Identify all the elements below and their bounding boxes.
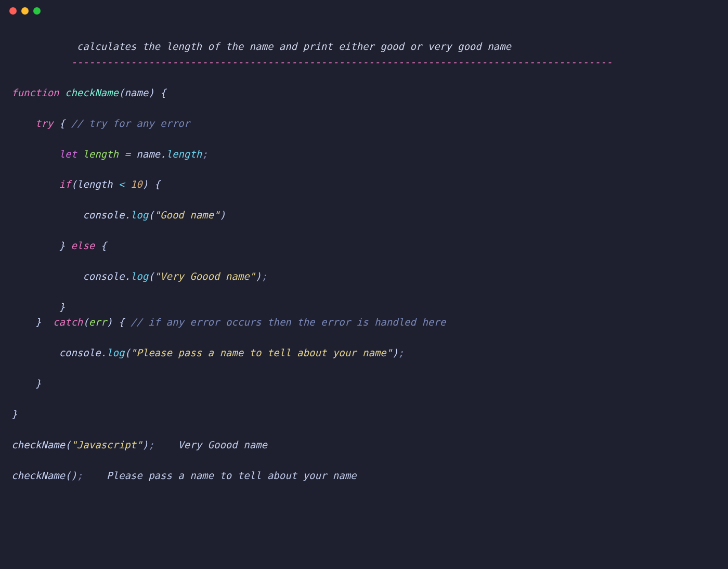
divider-text: ----------------------------------------… [71,56,612,68]
output-1: Very Goood name [178,439,267,450]
open-brace: { [160,87,166,98]
fn-call2: checkName [11,470,65,481]
keyword-if: if [59,178,71,190]
semi: ; [202,148,207,160]
console-ident: console [83,209,124,221]
line-call1: checkName("Javascript"); Very Goood name [11,439,267,450]
open-brace: { [59,118,65,129]
header-comment-text: calculates the length of the name and pr… [77,41,511,52]
output-2: Please pass a name to tell about your na… [107,470,356,481]
close-brace: } [35,316,41,328]
line-call2: checkName(); Please pass a name to tell … [11,470,357,481]
string-good: "Good name" [154,209,220,221]
close-icon[interactable] [9,7,17,15]
close-paren: ) [392,347,398,358]
close-brace: } [59,240,65,251]
close-paren: ) [142,178,148,190]
line-log-verygood: console.log("Very Goood name"); [11,270,267,282]
semi: ; [398,347,404,358]
semi: ; [262,270,267,282]
open-paren: ( [148,209,154,221]
op-lt: < [119,178,124,190]
open-paren: ( [148,270,154,282]
keyword-else: else [71,240,95,251]
minimize-icon[interactable] [21,7,29,15]
open-paren: ( [83,316,88,328]
comment-divider-line: ----------------------------------------… [11,56,612,68]
prop-length: length [166,148,202,160]
line-end-catch: } [11,378,41,389]
log-method: log [107,347,124,358]
keyword-let: let [59,148,77,160]
close-brace: } [35,378,41,389]
string-verygood: "Very Goood name" [154,270,255,282]
log-method: log [131,209,148,221]
call1-arg: "Javascript" [71,439,142,450]
open-paren: ( [65,470,71,481]
line-log-please: console.log("Please pass a name to tell … [11,347,404,358]
fn-call1: checkName [11,439,65,450]
code-block: calculates the length of the name and pr… [0,19,728,499]
line-if: if(length < 10) { [11,178,160,190]
var-length: length [83,148,119,160]
keyword-try: try [35,118,53,129]
line-log-good: console.log("Good name") [11,209,226,221]
line-let-length: let length = name.length; [11,148,208,160]
function-name: checkName [65,87,119,98]
console-ident: console [83,270,124,282]
string-please: "Please pass a name to tell about your n… [131,347,392,358]
line-end-if: } [11,301,65,313]
close-paren: ) [219,209,225,221]
maximize-icon[interactable] [33,7,41,15]
var-length-ref: length [77,178,113,190]
ident-name: name [136,148,160,160]
console-ident: console [59,347,101,358]
semi: ; [148,439,154,450]
dot: . [124,270,130,282]
close-paren: ) [255,270,261,282]
window-titlebar [0,0,728,19]
open-paren: ( [71,178,76,190]
catch-comment: // if any error occurs then the error is… [131,316,446,328]
dot: . [101,347,107,358]
line-else: } else { [11,240,107,251]
keyword-catch: catch [53,316,83,328]
close-paren: ) [148,87,154,98]
op-assign: = [124,148,130,160]
open-paren: ( [119,87,124,98]
code-window: calculates the length of the name and pr… [0,0,728,499]
line-catch: } catch(err) { // if any error occurs th… [11,316,446,328]
open-brace: { [101,240,107,251]
comment-header: calculates the length of the name and pr… [11,41,511,52]
number-10: 10 [131,178,142,190]
line-end-fn: } [11,408,17,420]
close-brace: } [59,301,65,313]
keyword-function: function [11,87,59,98]
open-brace: { [119,316,124,328]
line-fn-decl: function checkName(name) { [11,87,166,98]
dot: . [160,148,166,160]
open-paren: ( [65,439,71,450]
param-err: err [89,316,107,328]
close-brace: } [11,408,17,420]
close-paren: ) [71,470,76,481]
close-paren: ) [107,316,112,328]
try-comment: // try for any error [71,118,190,129]
open-brace: { [154,178,160,190]
close-paren: ) [142,439,148,450]
log-method: log [131,270,148,282]
dot: . [124,209,130,221]
semi: ; [77,470,83,481]
line-try: try { // try for any error [11,118,190,129]
open-paren: ( [124,347,130,358]
param-name: name [124,87,148,98]
